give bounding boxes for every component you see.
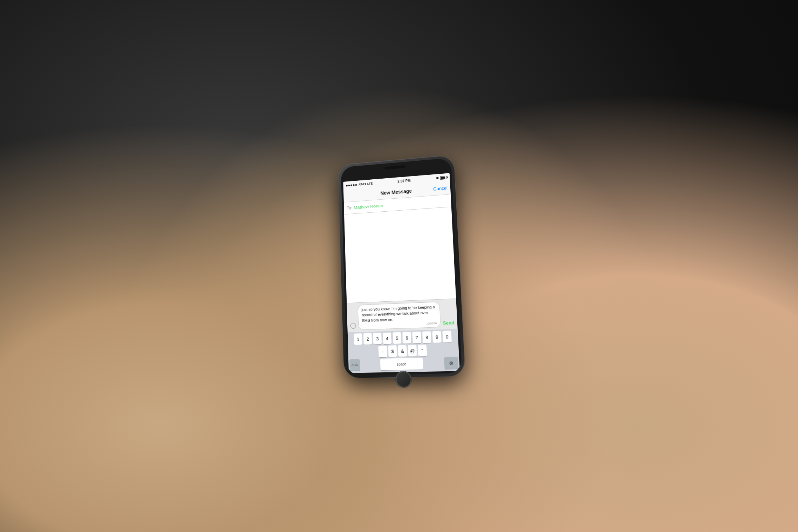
key-9[interactable]: 9 [432, 331, 442, 343]
key-8[interactable]: 8 [422, 331, 431, 343]
space-label: space [397, 362, 406, 366]
message-text: just so you know, I'm going to be keepin… [361, 304, 437, 323]
key-2[interactable]: 2 [363, 333, 372, 345]
keyboard-row-numbers: 1 2 3 4 5 6 7 8 9 0 [349, 330, 457, 345]
key-ampersand[interactable]: & [398, 345, 407, 357]
compose-row: ◯ just so you know, I'm going to be keep… [349, 301, 455, 330]
signal-icon [346, 184, 357, 186]
keyboard-row-symbols: - $ & @ " [349, 344, 458, 358]
key-space[interactable]: space [380, 358, 423, 370]
to-label: To: [347, 205, 353, 211]
key-delete[interactable]: ⊗ [444, 357, 458, 369]
key-dash[interactable]: - [378, 345, 387, 357]
cancel-button[interactable]: Cancel [433, 185, 448, 192]
screen: AT&T LTE 2:07 PM ✱ New Message Cancel [343, 173, 460, 373]
phone-wrapper: AT&T LTE 2:07 PM ✱ New Message Cancel [338, 155, 465, 378]
nav-title: New Message [380, 188, 412, 196]
battery-fill [440, 177, 445, 179]
key-quote[interactable]: " [418, 344, 427, 356]
key-3[interactable]: 3 [373, 333, 382, 344]
key-6[interactable]: 6 [403, 332, 412, 344]
phone-body: AT&T LTE 2:07 PM ✱ New Message Cancel [338, 155, 465, 378]
key-0[interactable]: 0 [442, 331, 451, 342]
key-7[interactable]: 7 [412, 332, 421, 344]
battery-icon [440, 175, 447, 179]
key-4[interactable]: 4 [383, 332, 392, 344]
key-dollar[interactable]: $ [388, 345, 397, 357]
key-5[interactable]: 5 [393, 332, 401, 344]
camera-icon[interactable]: ◯ [350, 322, 356, 329]
carrier-label: AT&T LTE [359, 181, 373, 186]
send-button[interactable]: Send [443, 320, 455, 326]
message-area [344, 207, 456, 303]
status-right: ✱ [436, 175, 447, 180]
compose-area: ◯ just so you know, I'm going to be keep… [347, 298, 457, 332]
key-at[interactable]: @ [408, 345, 417, 357]
recipient-name: Mathew Honan [354, 203, 383, 210]
key-abc[interactable]: ABC [349, 359, 360, 371]
status-left: AT&T LTE [346, 181, 373, 187]
time-label: 2:07 PM [398, 178, 411, 183]
phone-inner: AT&T LTE 2:07 PM ✱ New Message Cancel [341, 158, 462, 375]
delete-icon: ⊗ [449, 360, 453, 366]
key-1[interactable]: 1 [354, 333, 362, 345]
keyboard-row-bottom: ABC space ⊗ [349, 357, 459, 371]
message-input[interactable]: just so you know, I'm going to be keepin… [358, 301, 441, 330]
keyboard: 1 2 3 4 5 6 7 8 9 0 - $ [348, 329, 460, 373]
abc-label: ABC [352, 363, 358, 367]
bluetooth-icon: ✱ [436, 176, 439, 180]
